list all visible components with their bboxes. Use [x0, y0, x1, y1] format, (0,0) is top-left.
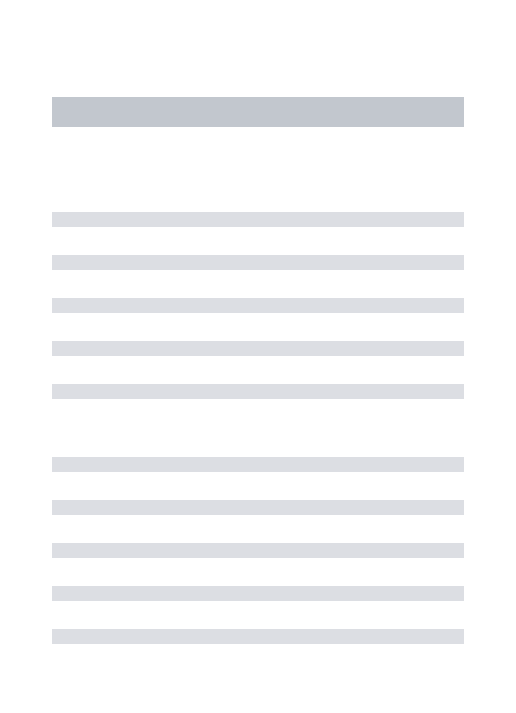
text-line-placeholder	[52, 255, 464, 270]
text-line-placeholder	[52, 457, 464, 472]
document-skeleton	[0, 97, 516, 713]
text-line-placeholder	[52, 543, 464, 558]
paragraph-placeholder-1	[52, 212, 464, 399]
text-line-placeholder	[52, 341, 464, 356]
text-line-placeholder	[52, 586, 464, 601]
text-line-placeholder	[52, 298, 464, 313]
paragraph-placeholder-2	[52, 457, 464, 644]
title-placeholder-bar	[52, 97, 464, 127]
text-line-placeholder	[52, 500, 464, 515]
text-line-placeholder	[52, 212, 464, 227]
text-line-placeholder	[52, 629, 464, 644]
text-line-placeholder	[52, 384, 464, 399]
